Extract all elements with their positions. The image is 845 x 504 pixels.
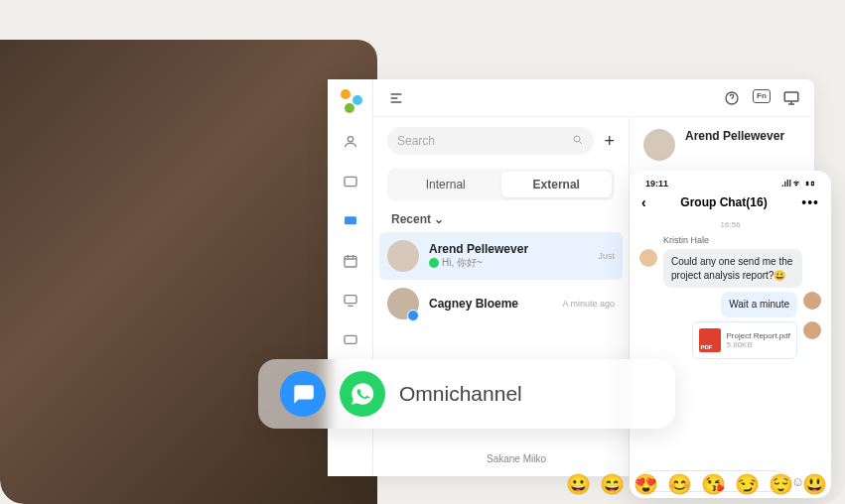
display-icon[interactable]	[782, 89, 800, 107]
msg-avatar	[803, 292, 821, 310]
chat-name: Arend Pellewever	[429, 242, 588, 256]
whatsapp-icon	[429, 258, 439, 268]
svg-point-0	[348, 137, 352, 142]
app-logo	[339, 89, 362, 113]
chat-item[interactable]: Arend Pellewever Hi, 你好~ Just	[379, 232, 623, 280]
sms-icon	[407, 310, 419, 321]
svg-rect-4	[345, 296, 356, 304]
whatsapp-channel-icon	[340, 371, 385, 417]
emoji[interactable]: 😘	[701, 472, 726, 496]
phone-status-bar: 19:11 .ıll ᯤ ▮▯	[639, 179, 821, 190]
message-bubble: Wait a minute	[721, 292, 797, 317]
svg-rect-3	[345, 256, 356, 267]
back-button[interactable]: ‹	[641, 194, 646, 210]
search-input[interactable]: Search	[387, 127, 594, 155]
message-bubble: Could any one send me the project analys…	[663, 249, 802, 288]
more-icon[interactable]: •••	[801, 194, 819, 210]
emoji[interactable]: 😏	[735, 472, 760, 496]
contact-avatar	[643, 129, 675, 161]
tab-internal[interactable]: Internal	[390, 172, 501, 197]
promo-photo	[0, 40, 377, 504]
chat-name: Cagney Bloeme	[429, 297, 552, 311]
emoji-row: 😀 😄 😍 😊 😘 😏 😌 😃	[566, 472, 827, 496]
svg-point-10	[574, 136, 580, 142]
thread-timestamp: 16:56	[639, 218, 821, 235]
chat-time: Just	[598, 251, 615, 261]
chat-time: A minute ago	[562, 299, 615, 309]
tab-external[interactable]: External	[501, 172, 613, 197]
pdf-icon	[699, 328, 721, 352]
svg-rect-1	[345, 177, 356, 186]
chat-title: Group Chat(16)	[680, 195, 767, 209]
svg-rect-2	[345, 216, 356, 224]
chat-tabs: Internal External	[387, 169, 615, 200]
emoji[interactable]: 😃	[802, 472, 827, 496]
emoji[interactable]: 😄	[600, 472, 625, 496]
new-chat-button[interactable]: +	[604, 131, 615, 152]
chat-item[interactable]: Cagney Bloeme A minute ago	[373, 280, 629, 327]
screen-icon[interactable]	[340, 329, 361, 351]
emoji[interactable]: 😍	[634, 472, 658, 496]
card-icon[interactable]	[340, 171, 361, 192]
menu-toggle-icon[interactable]	[387, 89, 405, 107]
chevron-down-icon: ⌄	[434, 212, 444, 226]
msg-avatar	[803, 321, 821, 339]
recent-label: Recent ⌄	[373, 208, 629, 232]
fn-icon[interactable]: Fn	[753, 89, 771, 103]
signal-wifi-battery-icon: .ıll ᯤ ▮▯	[781, 179, 815, 189]
emoji[interactable]: 😌	[769, 472, 793, 496]
topbar: Fn	[373, 79, 814, 117]
help-icon[interactable]	[723, 89, 741, 107]
chat-preview: Hi, 你好~	[429, 256, 588, 270]
svg-rect-5	[345, 335, 356, 343]
file-name: Project Report.pdf	[727, 331, 790, 340]
monitor-icon[interactable]	[340, 290, 361, 312]
contacts-icon[interactable]	[340, 131, 361, 153]
sender-name: Kristin Hale	[639, 235, 821, 247]
emoji[interactable]: 😀	[566, 472, 591, 496]
contact-name: Arend Pellewever	[685, 129, 784, 143]
svg-rect-9	[784, 92, 798, 101]
avatar	[387, 240, 419, 272]
sms-channel-icon	[280, 371, 326, 417]
msg-avatar	[639, 249, 657, 267]
emoji[interactable]: 😊	[667, 472, 692, 496]
omnichannel-label: Omnichannel	[399, 382, 522, 406]
omnichannel-bar: Omnichannel	[258, 359, 675, 429]
search-placeholder: Search	[397, 134, 435, 148]
search-icon	[572, 134, 584, 149]
file-size: 5.80KB	[727, 340, 790, 349]
mobile-preview: 19:11 .ıll ᯤ ▮▯ ‹ Group Chat(16) ••• 16:…	[630, 171, 831, 498]
calendar-icon[interactable]	[340, 250, 361, 272]
file-attachment[interactable]: Project Report.pdf 5.80KB	[692, 321, 797, 359]
chat-icon[interactable]	[340, 210, 361, 232]
avatar	[387, 288, 419, 319]
